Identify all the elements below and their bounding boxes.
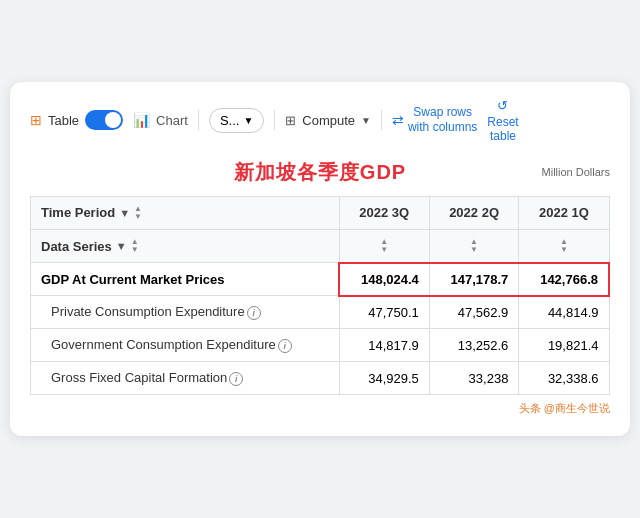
- data-table: Time Period ▼ ▲▼ 2022 3Q 2022 2Q 2022 1Q…: [30, 196, 610, 396]
- reset-icon: ↺: [497, 98, 508, 113]
- row-label: Government Consumption Expenditurei: [31, 329, 340, 362]
- row-col1-value: 14,817.9: [339, 329, 429, 362]
- table-row: Private Consumption Expenditurei47,750.1…: [31, 296, 610, 329]
- table-header-row: Time Period ▼ ▲▼ 2022 3Q 2022 2Q 2022 1Q: [31, 196, 610, 229]
- unit-label: Million Dollars: [542, 166, 610, 178]
- main-card: ⊞ Table 📊 Chart S... ▼ ⊞ Compute ▼ ⇄ Swa…: [10, 82, 630, 437]
- swap-label: Swap rows with columns: [408, 105, 477, 136]
- reset-label: Reset table: [487, 115, 518, 143]
- compute-button[interactable]: Compute: [302, 113, 355, 128]
- row-col2-value: 33,238: [429, 362, 519, 395]
- toolbar: ⊞ Table 📊 Chart S... ▼ ⊞ Compute ▼ ⇄ Swa…: [30, 98, 610, 143]
- row-col1-value: 47,750.1: [339, 296, 429, 329]
- toolbar-divider-1: [198, 110, 199, 130]
- chart-bar-icon: 📊: [133, 112, 150, 128]
- row-label: GDP At Current Market Prices: [31, 263, 340, 296]
- table-chart-toggle[interactable]: [85, 110, 123, 130]
- chart-btn-group: 📊 Chart: [133, 112, 188, 128]
- table-row: Gross Fixed Capital Formationi34,929.533…: [31, 362, 610, 395]
- table-label: Table: [48, 113, 79, 128]
- col1-sort[interactable]: ▲▼: [339, 229, 429, 263]
- row-col1-value: 148,024.4: [339, 263, 429, 296]
- info-icon[interactable]: i: [278, 339, 292, 353]
- data-series-row: Data Series ▼ ▲▼ ▲▼ ▲▼ ▲▼: [31, 229, 610, 263]
- row-col2-value: 13,252.6: [429, 329, 519, 362]
- chart-button[interactable]: Chart: [156, 113, 188, 128]
- data-series-filter-icon[interactable]: ▼: [116, 240, 127, 252]
- row-col3-value: 44,814.9: [519, 296, 609, 329]
- data-series-text: Data Series: [41, 239, 112, 254]
- row-col3-value: 32,338.6: [519, 362, 609, 395]
- swap-rows-button[interactable]: ⇄ Swap rows with columns: [392, 105, 477, 136]
- col3-sort[interactable]: ▲▼: [519, 229, 609, 263]
- row-col2-value: 47,562.9: [429, 296, 519, 329]
- table-icon: ⊞: [30, 112, 42, 128]
- row-label: Gross Fixed Capital Formationi: [31, 362, 340, 395]
- time-period-header: Time Period ▼ ▲▼: [31, 196, 340, 229]
- series-dropdown-label: S...: [220, 113, 240, 128]
- compute-icon: ⊞: [285, 113, 296, 128]
- time-period-sort[interactable]: ▲▼: [134, 205, 142, 221]
- table-toggle-group: ⊞ Table: [30, 110, 123, 130]
- data-series-label: Data Series ▼ ▲▼: [31, 229, 340, 263]
- toolbar-divider-3: [381, 110, 382, 130]
- chevron-down-icon: ▼: [243, 115, 253, 126]
- col2-header: 2022 2Q: [429, 196, 519, 229]
- col1-header: 2022 3Q: [339, 196, 429, 229]
- reset-table-button[interactable]: ↺ Reset table: [487, 98, 518, 143]
- row-col3-value: 142,766.8: [519, 263, 609, 296]
- row-col1-value: 34,929.5: [339, 362, 429, 395]
- table-row: GDP At Current Market Prices148,024.4147…: [31, 263, 610, 296]
- compute-group: ⊞ Compute ▼: [285, 113, 371, 128]
- data-series-sort[interactable]: ▲▼: [131, 238, 139, 254]
- col3-header: 2022 1Q: [519, 196, 609, 229]
- toolbar-divider-2: [274, 110, 275, 130]
- row-col3-value: 19,821.4: [519, 329, 609, 362]
- time-period-filter-icon[interactable]: ▼: [119, 207, 130, 219]
- title-row: 新加坡各季度GDP Million Dollars: [30, 159, 610, 186]
- info-icon[interactable]: i: [247, 306, 261, 320]
- info-icon[interactable]: i: [229, 372, 243, 386]
- row-label: Private Consumption Expenditurei: [31, 296, 340, 329]
- time-period-label: Time Period: [41, 205, 115, 220]
- series-dropdown[interactable]: S... ▼: [209, 108, 264, 133]
- compute-chevron-icon: ▼: [361, 115, 371, 126]
- row-col2-value: 147,178.7: [429, 263, 519, 296]
- swap-icon: ⇄: [392, 111, 404, 129]
- table-row: Government Consumption Expenditurei14,81…: [31, 329, 610, 362]
- watermark: 头条 @商生今世说: [30, 401, 610, 416]
- col2-sort[interactable]: ▲▼: [429, 229, 519, 263]
- page-title: 新加坡各季度GDP: [30, 159, 610, 186]
